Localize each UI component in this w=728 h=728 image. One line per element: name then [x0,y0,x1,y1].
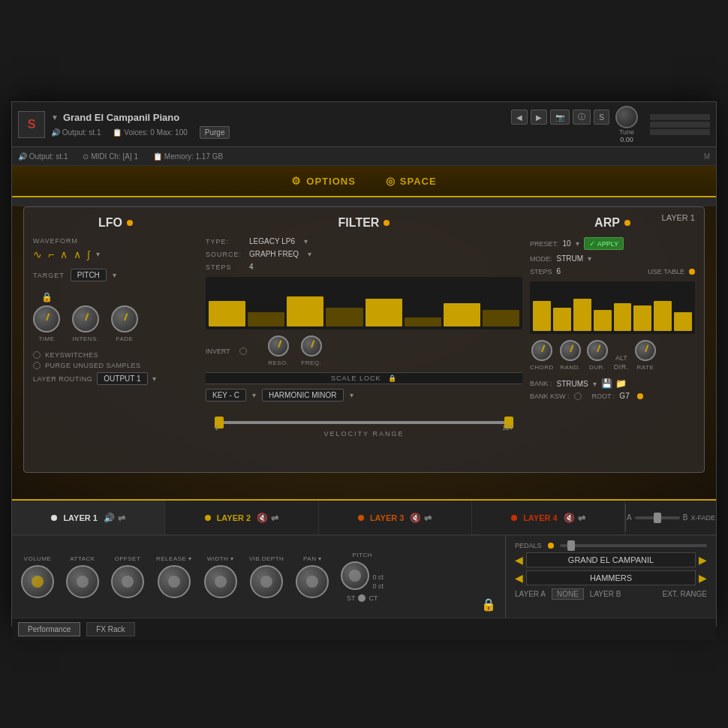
wave-saw[interactable]: ∧ [74,249,81,260]
s-btn[interactable]: S [594,110,609,125]
bank-arrow[interactable]: ▾ [593,380,597,388]
layer1-dot [51,515,57,521]
tab-space[interactable]: ◎ SPACE [386,175,437,187]
width-knob-inner [215,576,227,588]
three-cols: LFO WAVEFORM ∿ ⌐ ∧ ∧ ∫ ▾ TARGET PITCH [33,216,695,463]
filter-bar-2[interactable] [248,312,284,326]
preset1-next[interactable]: ▶ [699,554,707,566]
filter-bar-6[interactable] [405,317,441,326]
bank-folder-icon[interactable]: 📁 [615,378,627,389]
wave-dropdown[interactable]: ▾ [96,251,100,258]
layer-tab-4[interactable]: LAYER 4 🔇 ⇌ [472,501,625,534]
arp-bar-8[interactable] [674,312,692,331]
target-arrow: ▾ [113,271,116,279]
filter-bar-8[interactable] [483,310,519,326]
root-dot[interactable] [637,393,643,399]
harmonic-dropdown[interactable]: HARMONIC MINOR [262,389,344,402]
preset2-next[interactable]: ▶ [699,572,707,584]
pan-knob-inner [306,576,318,588]
source-arrow[interactable]: ▾ [308,250,311,258]
time-knob[interactable] [33,305,60,332]
wave-rand[interactable]: ∫ [87,249,90,260]
nav-prev-btn[interactable]: ◀ [511,110,528,125]
preset1-prev[interactable]: ◀ [515,554,523,566]
offset-knob[interactable] [111,565,144,598]
filter-bar-7[interactable] [444,303,480,326]
type-arrow[interactable]: ▾ [304,237,308,245]
nav-next-btn[interactable]: ▶ [531,110,547,125]
arp-bar-5[interactable] [614,303,632,331]
info-btn[interactable]: ⓘ [573,110,591,125]
pedals-thumb[interactable] [567,540,575,551]
fx-rack-tab[interactable]: FX Rack [86,622,134,636]
preset-arrow[interactable]: ▾ [576,239,579,248]
keyswitches-cb[interactable] [33,351,41,359]
intens-knob[interactable] [72,305,99,332]
performance-tab[interactable]: Performance [18,622,80,636]
use-table-dot[interactable] [689,269,695,275]
tab-options[interactable]: ⚙ OPTIONS [291,175,356,187]
layer-tab-1[interactable]: LAYER 1 🔊 ⇌ [12,501,165,534]
layer3-icons: 🔇 ⇌ [410,513,432,523]
apply-btn[interactable]: ✓ APPLY [584,237,624,250]
none-badge[interactable]: NONE [552,588,584,600]
wave-sine[interactable]: ∿ [33,249,42,260]
freq-knob-wrap: FREQ. [301,335,322,366]
dur-knob[interactable] [587,340,608,361]
filter-bar-3[interactable] [287,296,323,326]
pedals-track[interactable] [560,544,707,547]
arp-steps-row: STEPS 6 USE TABLE [530,267,695,275]
layer-tab-3[interactable]: LAYER 3 🔇 ⇌ [319,501,472,534]
release-knob[interactable] [158,565,191,598]
chord-knob[interactable] [531,340,552,361]
filter-bar-4[interactable] [326,308,362,326]
rate-knob[interactable] [635,340,656,361]
lfo-dot [127,220,133,226]
header-tabs: ⚙ OPTIONS ◎ SPACE [12,166,716,197]
wave-sq[interactable]: ⌐ [48,249,54,260]
invert-circle[interactable] [239,347,247,355]
filter-bar-1[interactable] [209,301,245,326]
preset2-prev[interactable]: ◀ [515,572,523,584]
fade-knob[interactable] [111,305,138,332]
xfade-slider[interactable] [635,516,680,519]
pan-knob[interactable] [296,565,329,598]
xfade-thumb[interactable] [654,513,661,523]
arp-bar-2[interactable] [553,308,571,331]
preset2-name[interactable]: HAMMERS [526,570,696,585]
tune-knob[interactable] [615,106,638,128]
bank-ksw-cb[interactable] [574,393,582,400]
layer-routing-dropdown[interactable]: OUTPUT 1 [97,372,147,385]
layer-tab-2[interactable]: LAYER 2 🔇 ⇌ [165,501,318,534]
st-dot[interactable] [358,594,366,602]
velocity-min: 1 [215,424,218,432]
rand-knob[interactable] [560,340,581,361]
preset1-name[interactable]: GRAND EL CAMPANIL [526,552,696,567]
arp-bar-7[interactable] [654,301,672,331]
attack-knob[interactable] [66,565,99,598]
arp-bar-3[interactable] [573,299,591,331]
filter-source-row: SOURCE: GRAPH FREQ ▾ [206,250,522,258]
reso-knob[interactable] [268,335,289,356]
arp-bar-1[interactable] [533,301,551,331]
camera-btn[interactable]: 📷 [550,110,570,125]
vibdepth-knob-inner [260,576,272,588]
mode-arrow[interactable]: ▾ [588,254,591,263]
pitch-knob[interactable] [341,561,369,590]
purge-btn[interactable]: Purge [200,126,230,139]
freq-knob[interactable] [301,335,322,356]
vibdepth-knob[interactable] [250,565,283,598]
bank-save-icon[interactable]: 💾 [601,378,612,389]
filter-bar-5[interactable] [366,299,402,326]
volume-knob[interactable] [21,565,54,598]
purge-cb[interactable] [33,362,41,369]
width-knob[interactable] [204,565,237,598]
arp-bar-6[interactable] [633,305,651,331]
target-dropdown[interactable]: PITCH [71,269,107,281]
layer2-dot [205,515,211,521]
wave-tri[interactable]: ∧ [60,249,68,260]
arp-bar-4[interactable] [594,310,612,331]
key-dropdown[interactable]: KEY - C [206,389,246,402]
layer2-loop-icon: ⇌ [271,513,278,523]
waveform-row: ∿ ⌐ ∧ ∧ ∫ ▾ [33,249,198,260]
